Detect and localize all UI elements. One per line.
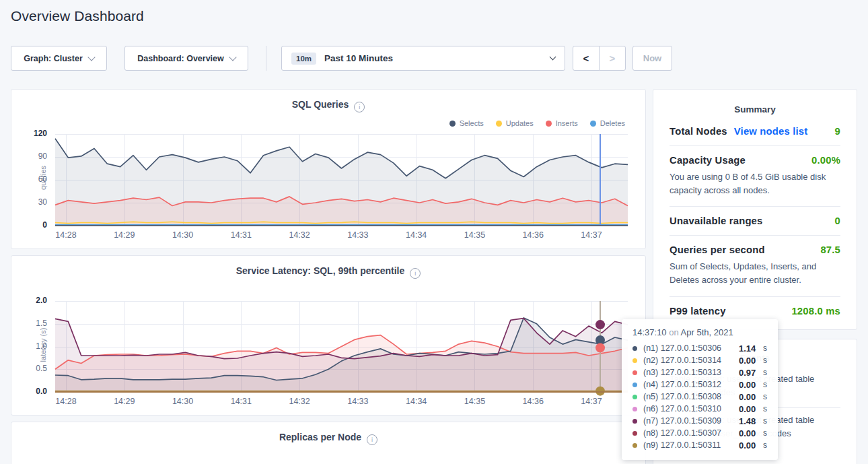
x-tick-label: 14:30	[172, 397, 193, 406]
x-tick-label: 14:34	[406, 397, 427, 406]
tooltip-node-value: 0.00	[739, 356, 762, 366]
info-icon[interactable]: i	[354, 102, 365, 112]
x-axis-line	[55, 391, 628, 393]
legend-item-inserts[interactable]: Inserts	[546, 119, 578, 127]
tooltip-row: (n8) 127.0.0.1:503070.00s	[632, 427, 767, 439]
x-axis-line	[55, 225, 628, 226]
summary-row-value: 0	[835, 216, 840, 226]
service-latency-plot[interactable]: latency (s) 0.00.51.01.52.014:2814:2914:…	[55, 301, 628, 392]
x-tick-label: 14:34	[406, 230, 427, 240]
toolbar-divider	[266, 46, 266, 71]
legend-label: Deletes	[600, 119, 625, 127]
tooltip-timestamp: 14:37:10 on Apr 5th, 2021	[632, 327, 767, 337]
legend-dot	[590, 121, 596, 127]
chevron-down-icon	[550, 54, 556, 61]
service-latency-panel: Service Latency: SQL, 99th percentilei l…	[11, 255, 646, 416]
chart-series-svg	[55, 134, 628, 226]
tooltip-date: Apr 5th, 2021	[681, 327, 733, 337]
chart-title: Service Latency: SQL, 99th percentile	[236, 265, 405, 276]
legend-item-updates[interactable]: Updates	[496, 119, 534, 127]
replicas-title-row: Replicas per Nodei	[11, 432, 645, 445]
tooltip-node-unit: s	[763, 343, 767, 353]
time-range-dropdown[interactable]: 10m Past 10 Minutes	[281, 46, 565, 71]
tooltip-row: (n5) 127.0.0.1:503080.00s	[632, 391, 767, 403]
summary-row-label: Capacity Usage	[670, 155, 746, 166]
node-color-dot	[632, 443, 637, 448]
summary-row-header: Capacity Usage0.00%	[670, 155, 840, 166]
y-tick-label: 0.5	[13, 364, 47, 373]
dashboard-dropdown[interactable]: Dashboard: Overview	[124, 46, 248, 71]
tooltip-node-unit: s	[763, 392, 767, 401]
x-tick-label: 14:36	[523, 397, 544, 406]
tooltip-node-value: 1.14	[739, 343, 762, 354]
time-range-label: Past 10 Minutes	[324, 53, 393, 63]
legend-dot	[449, 121, 456, 127]
x-tick-label: 14:29	[114, 230, 135, 240]
summary-row: Total NodesView nodes list9	[670, 117, 840, 146]
summary-row-label: Unavailable ranges	[670, 216, 762, 226]
summary-row: Queries per second87.5Sum of Selects, Up…	[670, 236, 840, 296]
tooltip-node-label: (n3) 127.0.0.1:50313	[643, 368, 721, 377]
info-icon[interactable]: i	[367, 434, 377, 445]
page-title: Overview Dashboard	[11, 8, 144, 24]
tooltip-row: (n3) 127.0.0.1:503130.97s	[632, 366, 767, 378]
summary-row-label: Queries per second	[670, 244, 765, 255]
info-icon[interactable]: i	[410, 268, 421, 279]
x-tick-label: 14:37	[581, 397, 602, 406]
summary-row-value: 1208.0 ms	[791, 306, 840, 317]
tooltip-node-label: (n9) 127.0.0.1:50311	[643, 440, 721, 450]
time-prev-button[interactable]: <	[573, 46, 600, 71]
legend-item-selects[interactable]: Selects	[449, 119, 484, 127]
x-tick-label: 14:31	[231, 397, 252, 406]
graph-scope-dropdown[interactable]: Graph: Cluster	[11, 46, 107, 71]
summary-row: Unavailable ranges0	[670, 207, 840, 236]
tooltip-node-label: (n4) 127.0.0.1:50312	[643, 380, 721, 389]
y-tick-label: 60	[13, 174, 47, 184]
chart-series-svg	[55, 301, 628, 392]
node-color-dot	[632, 395, 637, 399]
sql-queries-panel: SQL Queriesi SelectsUpdatesInsertsDelete…	[11, 89, 646, 249]
tooltip-row: (n7) 127.0.0.1:503091.48s	[632, 415, 767, 427]
legend-item-deletes[interactable]: Deletes	[590, 119, 625, 127]
tooltip-node-label: (n1) 127.0.0.1:50306	[643, 343, 721, 353]
x-tick-label: 14:33	[347, 397, 368, 406]
x-tick-label: 14:31	[231, 230, 252, 240]
summary-rows: Total NodesView nodes list9Capacity Usag…	[653, 117, 857, 325]
time-range-badge: 10m	[291, 53, 316, 65]
x-tick-label: 14:32	[289, 397, 310, 406]
tooltip-node-value: 0.00	[739, 440, 762, 451]
sql-queries-plot[interactable]: queries 030609012014:2814:2914:3014:3114…	[55, 134, 628, 226]
tooltip-node-label: (n8) 127.0.0.1:50307	[643, 428, 721, 438]
legend-label: Selects	[460, 119, 484, 127]
summary-row-label: Total Nodes	[670, 126, 727, 137]
time-now-button[interactable]: Now	[632, 46, 672, 71]
node-color-dot	[632, 407, 637, 411]
view-nodes-link[interactable]: View nodes list	[734, 126, 808, 137]
graph-scope-label: Graph: Cluster	[24, 54, 83, 63]
tooltip-node-unit: s	[763, 356, 767, 365]
sql-queries-title-row: SQL Queriesi	[11, 99, 645, 112]
tooltip-time: 14:37:10	[632, 327, 667, 337]
overview-dashboard-page: { "page": { "title": "Overview Dashboard…	[0, 0, 868, 464]
tooltip-rows: (n1) 127.0.0.1:503061.14s(n2) 127.0.0.1:…	[632, 342, 767, 451]
dashboard-label: Dashboard: Overview	[137, 54, 224, 63]
time-next-button[interactable]: >	[599, 46, 626, 71]
summary-row-header: P99 latency1208.0 ms	[670, 306, 840, 317]
x-tick-label: 14:36	[523, 230, 544, 240]
x-tick-label: 14:28	[55, 397, 76, 406]
legend-dot	[546, 121, 552, 127]
legend-label: Updates	[506, 119, 534, 127]
chevron-down-icon	[87, 53, 95, 61]
tooltip-node-unit: s	[763, 404, 767, 413]
summary-row-value: 9	[835, 126, 840, 137]
tooltip-node-value: 0.97	[739, 368, 762, 378]
tooltip-node-label: (n6) 127.0.0.1:50310	[643, 404, 721, 413]
x-tick-label: 14:35	[464, 397, 485, 406]
chevron-down-icon	[229, 53, 236, 61]
node-color-dot	[632, 431, 637, 436]
replicas-per-node-panel: Replicas per Nodei	[11, 422, 646, 464]
legend-label: Inserts	[556, 119, 578, 127]
tooltip-node-value: 0.00	[739, 380, 762, 390]
summary-row-desc: Sum of Selects, Updates, Inserts, and De…	[670, 260, 840, 287]
chart-hover-tooltip: 14:37:10 on Apr 5th, 2021 (n1) 127.0.0.1…	[622, 319, 778, 460]
